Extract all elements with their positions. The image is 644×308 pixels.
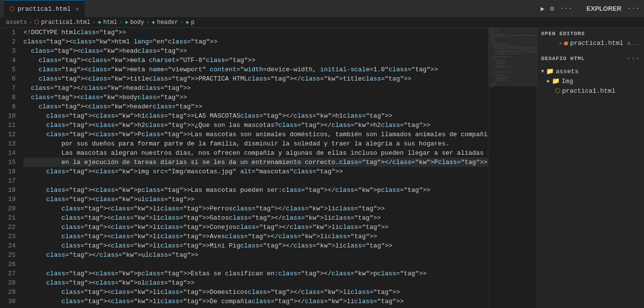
minimap: <!DOCTYPE html><html lang="en"> <head> <…: [488, 28, 537, 308]
tree-item-img[interactable]: ▶ 📁 Img: [537, 76, 644, 86]
code-line-8: class="tag"><class="kw">bodyclass="tag">…: [23, 93, 488, 102]
code-line-21: class="tag"><class="kw">liclass="tag">>G…: [23, 213, 488, 223]
code-area[interactable]: <!DOCTYPE htmlclass="tag">>class="tag"><…: [23, 28, 488, 308]
code-line-15: en la ejecución de tareas diarias si se …: [23, 158, 488, 167]
breadcrumb-p-icon: ◈: [186, 19, 189, 26]
explorer-header-icons: ···: [626, 55, 640, 62]
main-area: 1234567891011121314151617181920212223242…: [0, 28, 644, 308]
code-line-4: class="tag"><class="kw">meta charset="UT…: [23, 56, 488, 65]
img-folder-icon: 📁: [552, 77, 560, 85]
code-line-26: [23, 260, 488, 269]
explorer-more-button[interactable]: ···: [627, 5, 640, 12]
code-line-31: class="tag"><class="kw">liclass="tag">>A…: [23, 306, 488, 308]
tab-label: practica1.html: [18, 5, 71, 13]
code-line-22: class="tag"><class="kw">liclass="tag">>C…: [23, 223, 488, 232]
breadcrumb-body-icon: ◈: [125, 19, 128, 26]
minimap-slider[interactable]: [488, 28, 537, 86]
code-line-14: Las mascotas alegran nuestros días, nos …: [23, 148, 488, 158]
code-line-24: class="tag"><class="kw">liclass="tag">>M…: [23, 241, 488, 250]
explorer-header: DESAFIO HTML ···: [537, 52, 644, 64]
code-line-6: class="tag"><class="kw">titleclass="tag"…: [23, 74, 488, 83]
code-line-12: class="tag"><class="kw">Pclass="tag">>La…: [23, 130, 488, 139]
code-line-18: class="tag"><class="kw">pclass="tag">>La…: [23, 185, 488, 195]
sidebar-file-path: a...: [627, 41, 640, 46]
close-x-icon[interactable]: ✕: [559, 40, 563, 46]
editor-tab[interactable]: ⬡ practica1.html ✕: [4, 0, 85, 17]
code-line-28: class="tag"><class="kw">olclass="tag">>: [23, 278, 488, 287]
code-line-10: class="tag"><class="kw">h1class="tag">>L…: [23, 111, 488, 121]
editor[interactable]: 1234567891011121314151617181920212223242…: [0, 28, 488, 308]
code-line-3: class="tag"><class="kw">headclass="tag">…: [23, 46, 488, 56]
breadcrumb-file[interactable]: practica1.html: [41, 19, 90, 26]
open-editors-label: OPEN EDITORS: [541, 31, 585, 37]
explorer-tree: ▼ 📁 assets ▶ 📁 Img ⬡ practica1.html: [537, 64, 644, 98]
breadcrumb: assets › ⬡ practica1.html › ◈ html › ◈ b…: [0, 17, 644, 28]
practica1-html-icon: ⬡: [555, 87, 560, 95]
code-line-9: class="tag"><class="kw">headerclass="tag…: [23, 102, 488, 111]
code-line-2: class="tag"><class="kw">html lang="en"cl…: [23, 37, 488, 46]
more-button[interactable]: ···: [560, 5, 573, 12]
breadcrumb-html[interactable]: html: [103, 19, 117, 26]
code-line-27: class="tag"><class="kw">pclass="tag">>Es…: [23, 269, 488, 278]
assets-folder-icon: 📁: [546, 67, 554, 75]
code-line-20: class="tag"><class="kw">liclass="tag">>P…: [23, 204, 488, 213]
sidebar-file-label: practica1.html: [570, 40, 623, 47]
breadcrumb-body[interactable]: body: [130, 19, 144, 26]
code-line-19: class="tag"><class="kw">ulclass="tag">>: [23, 195, 488, 204]
assets-label: assets: [556, 68, 579, 75]
line-numbers: 1234567891011121314151617181920212223242…: [0, 28, 23, 308]
explorer-section-label: DESAFIO HTML: [541, 56, 585, 62]
title-bar-right: ▶ ⊡ ··· EXPLORER ···: [541, 5, 640, 13]
title-bar: ⬡ practica1.html ✕ ▶ ⊡ ··· EXPLORER ···: [0, 0, 644, 17]
code-line-7: class="tag"></class="kw">headclass="tag"…: [23, 83, 488, 93]
tab-close-button[interactable]: ✕: [76, 6, 79, 12]
sidebar-open-editors-header: OPEN EDITORS: [537, 28, 644, 39]
breadcrumb-header[interactable]: header: [157, 19, 178, 26]
breadcrumb-header-icon: ◈: [152, 19, 155, 26]
tree-item-assets[interactable]: ▼ 📁 assets: [537, 66, 644, 76]
file-html-icon: [564, 41, 568, 45]
code-line-1: <!DOCTYPE htmlclass="tag">>: [23, 28, 488, 37]
tab-html-icon: ⬡: [10, 5, 15, 13]
code-line-30: class="tag"><class="kw">liclass="tag">>D…: [23, 297, 488, 306]
explorer-title: EXPLORER: [586, 5, 622, 12]
img-chevron-icon: ▶: [547, 78, 550, 84]
practica1-label: practica1.html: [562, 87, 615, 95]
code-line-16: class="tag"><class="kw">img src="Img/mas…: [23, 167, 488, 176]
code-line-23: class="tag"><class="kw">liclass="tag">>A…: [23, 232, 488, 241]
split-button[interactable]: ⊡: [550, 5, 554, 13]
code-line-11: class="tag"><class="kw">h2class="tag">>¿…: [23, 121, 488, 130]
code-line-17: [23, 176, 488, 185]
breadcrumb-p[interactable]: p: [191, 19, 195, 26]
code-line-5: class="tag"><class="kw">meta name="viewp…: [23, 65, 488, 74]
code-line-13: por sus dueños para formar parte de la f…: [23, 139, 488, 148]
code-line-25: class="tag"></class="kw">ulclass="tag">>: [23, 250, 488, 260]
breadcrumb-assets[interactable]: assets: [6, 19, 27, 26]
more-options-icon[interactable]: ···: [626, 55, 640, 62]
run-button[interactable]: ▶: [541, 5, 545, 13]
sidebar: OPEN EDITORS ✕ practica1.html a... DESAF…: [537, 28, 644, 308]
img-label: Img: [562, 78, 573, 85]
assets-chevron-icon: ▼: [541, 69, 544, 74]
breadcrumb-html-icon: ⬡: [34, 19, 39, 26]
breadcrumb-html-tag-icon: ◈: [98, 19, 101, 26]
tree-item-practica1[interactable]: ⬡ practica1.html: [537, 86, 644, 96]
sidebar-item-practica[interactable]: ✕ practica1.html a...: [537, 39, 644, 48]
code-line-29: class="tag"><class="kw">liclass="tag">>D…: [23, 287, 488, 297]
